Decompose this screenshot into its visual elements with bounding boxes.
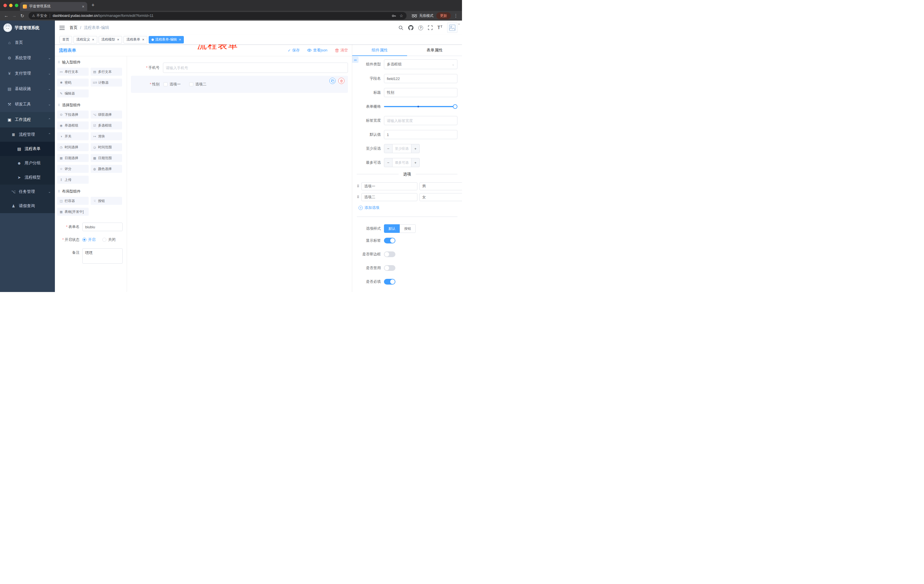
palette-item-rich-editor[interactable]: ✎编辑器 [57,89,89,97]
view-tab-process-form-edit[interactable]: 流程表单-编辑× [148,36,184,43]
style-button-button[interactable]: 按钮 [400,224,416,233]
palette-item-password[interactable]: ✱密码 [57,79,89,87]
close-icon[interactable]: × [117,38,119,41]
drag-icon[interactable]: ⠿ [357,184,360,188]
sidebar-item-process-model[interactable]: ➤流程模型 [0,170,55,184]
breadcrumb-home[interactable]: 首页 [69,25,78,30]
palette-item-cascader[interactable]: ⌥级联选择 [91,110,122,118]
option-label-input[interactable] [361,182,417,190]
palette-item-single-line-text[interactable]: ▭单行文本 [57,68,89,76]
link-icon[interactable]: ∞ [352,57,358,63]
view-tab-home[interactable]: 首页 [59,36,72,43]
sidebar-item-home[interactable]: ⌂首页 [0,35,55,50]
tab-form-props[interactable]: 表单属性 [407,44,462,56]
forward-button[interactable]: → [10,12,18,20]
browser-tab[interactable]: 芋道管理系统 × [20,2,87,11]
toggle-show-label[interactable] [384,238,395,243]
reload-button[interactable]: ↻ [18,12,26,20]
toggle-border[interactable] [384,252,395,257]
palette-item-switch[interactable]: ◑开关 [57,132,89,140]
title-input[interactable] [384,88,457,97]
minimize-window-button[interactable] [9,4,13,7]
update-button[interactable]: 更新 [436,12,451,19]
fullscreen-icon[interactable] [428,25,432,30]
component-type-select[interactable]: 多选框组 ⌄ [384,59,457,69]
palette-item-row-container[interactable]: ◫行容器 [57,197,89,205]
palette-item-slider[interactable]: ↦滑块 [91,132,122,140]
close-icon[interactable]: × [82,4,84,9]
increase-button[interactable]: + [411,144,420,153]
back-button[interactable]: ← [2,12,10,20]
tab-component-props[interactable]: 组件属性 [352,44,407,56]
option-label-input[interactable] [361,193,417,201]
max-select-value[interactable]: 最多可选 [393,158,411,167]
help-icon[interactable]: ? [418,25,423,30]
view-tab-process-form[interactable]: 流程表单× [124,36,147,43]
palette-item-time-picker[interactable]: ◷时间选择 [57,143,89,151]
password-key-icon[interactable] [392,14,396,18]
toggle-disabled[interactable] [384,265,395,271]
palette-item-select[interactable]: ⊙下拉选择 [57,110,89,118]
palette-item-rate[interactable]: ☆评分 [57,165,89,173]
copy-field-button[interactable] [329,78,336,84]
decrease-button[interactable]: − [384,144,393,153]
palette-item-checkbox-group[interactable]: ☑多选框组 [91,122,122,130]
view-tab-process-model[interactable]: 流程模型× [99,36,122,43]
github-icon[interactable] [408,25,413,30]
remark-textarea[interactable]: 嘿嘿 [82,248,123,264]
status-radio-on[interactable]: 开启 [82,237,96,242]
palette-item-counter[interactable]: 123计数器 [91,79,122,87]
min-select-value[interactable]: 至少应选 [393,144,411,153]
close-icon[interactable]: × [142,38,144,41]
option-value-input[interactable] [419,182,462,190]
chevron-down-icon[interactable]: ⌄ [457,21,460,25]
save-button[interactable]: ✓ 保存 [288,48,300,53]
sidebar-item-user-group[interactable]: ☻用户分组 [0,156,55,170]
style-default-button[interactable]: 默认 [384,224,400,233]
sidebar-item-process-form[interactable]: ▤流程表单 [0,142,55,156]
checkbox-option[interactable]: 选项二 [189,82,206,87]
palette-item-color-picker[interactable]: ◍颜色选择 [91,165,122,173]
close-icon[interactable]: × [179,38,181,41]
collapse-sidebar-icon[interactable] [59,26,64,30]
selected-field-widget[interactable]: *性别 选项一选项二 [131,76,348,93]
zoom-window-button[interactable] [15,4,18,7]
avatar[interactable] [447,23,457,33]
palette-item-table[interactable]: ▦表格[开发中] [57,208,89,216]
default-value-input[interactable] [384,130,457,139]
palette-item-time-range[interactable]: ◶时间范围 [91,143,122,151]
sidebar-item-payment[interactable]: ¥支付管理⌄ [0,66,55,81]
sidebar-item-devtools[interactable]: ⚒研发工具⌄ [0,97,55,112]
palette-item-date-range[interactable]: ▩日期范围 [91,154,122,162]
sidebar-item-process-management[interactable]: ≣流程管理⌃ [0,127,55,142]
palette-item-button[interactable]: ☟按钮 [91,197,122,205]
slider-handle[interactable] [453,104,457,109]
palette-item-date-picker[interactable]: ▦日期选择 [57,154,89,162]
address-bar[interactable]: ⚠ 不安全 dashboard.yudao.iocoder.cn/bpm/man… [29,12,406,20]
sidebar-item-system[interactable]: ⚙系统管理⌄ [0,50,55,66]
drag-icon[interactable]: ⠿ [357,195,360,199]
form-name-input[interactable] [82,222,123,231]
toggle-required[interactable] [384,279,395,285]
close-icon[interactable]: × [92,38,94,41]
phone-input[interactable] [163,63,348,73]
form-canvas[interactable]: *手机号 [127,56,352,292]
sidebar-item-leave-query[interactable]: ♟请假查询 [0,199,55,213]
font-size-icon[interactable]: TT [437,25,442,30]
delete-field-button[interactable] [338,78,345,84]
new-tab-button[interactable]: + [91,2,95,8]
browser-menu-icon[interactable]: ⋮ [454,13,458,18]
palette-item-multi-line-text[interactable]: ▤多行文本 [91,68,122,76]
view-tab-process-definition[interactable]: 流程定义× [73,36,97,43]
decrease-button[interactable]: − [384,158,393,167]
palette-item-radio-group[interactable]: ◉单选框组 [57,122,89,130]
sidebar-item-infrastructure[interactable]: ▤基础设施⌄ [0,81,55,97]
grid-slider[interactable] [384,102,457,111]
search-icon[interactable] [399,25,403,30]
checkbox-option[interactable]: 选项一 [163,82,181,87]
clear-button[interactable]: 清空 [335,48,348,53]
increase-button[interactable]: + [411,158,420,167]
view-json-button[interactable]: 查看json [307,48,327,53]
bookmark-star-icon[interactable]: ☆ [399,13,403,18]
add-option-button[interactable]: + 添加选项 [358,205,457,210]
